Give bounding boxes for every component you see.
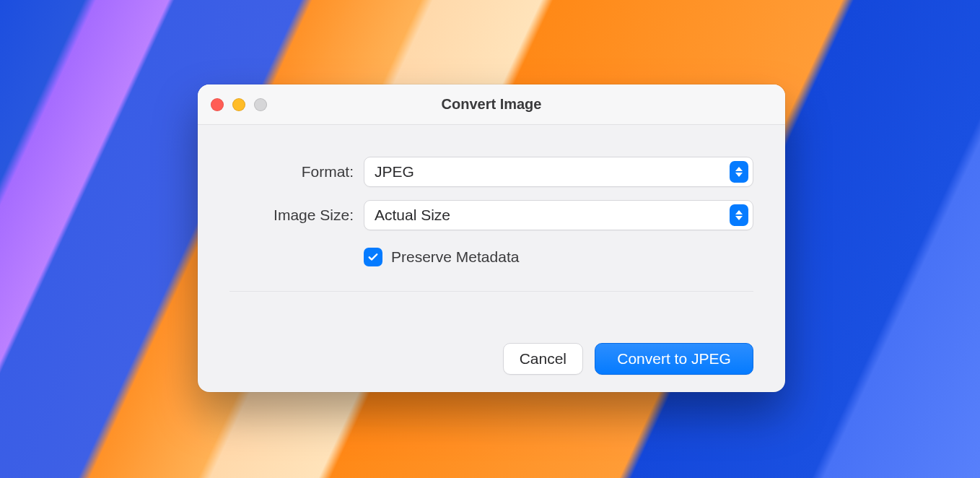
desktop-wallpaper: Convert Image Format: JPEG Image Size: A… bbox=[0, 0, 980, 478]
format-row: Format: JPEG bbox=[229, 157, 753, 187]
updown-arrows-icon bbox=[730, 161, 748, 183]
window-controls bbox=[211, 98, 267, 111]
image-size-value: Actual Size bbox=[375, 207, 450, 224]
dialog-footer: Cancel Convert to JPEG bbox=[198, 329, 785, 392]
dialog-body: Format: JPEG Image Size: Actual Size bbox=[198, 125, 785, 329]
titlebar: Convert Image bbox=[198, 84, 785, 125]
image-size-select[interactable]: Actual Size bbox=[364, 200, 753, 230]
minimize-window-icon[interactable] bbox=[232, 98, 245, 111]
format-label: Format: bbox=[229, 163, 364, 181]
zoom-window-icon bbox=[254, 98, 267, 111]
preserve-metadata-checkbox[interactable] bbox=[364, 248, 382, 266]
preserve-metadata-row: Preserve Metadata bbox=[229, 248, 753, 266]
window-title: Convert Image bbox=[198, 96, 785, 113]
divider bbox=[229, 291, 753, 292]
checkmark-icon bbox=[367, 251, 380, 264]
convert-image-dialog: Convert Image Format: JPEG Image Size: A… bbox=[198, 84, 785, 392]
image-size-label: Image Size: bbox=[229, 207, 364, 224]
close-window-icon[interactable] bbox=[211, 98, 224, 111]
cancel-button[interactable]: Cancel bbox=[503, 343, 583, 375]
image-size-row: Image Size: Actual Size bbox=[229, 200, 753, 230]
convert-button[interactable]: Convert to JPEG bbox=[595, 343, 753, 375]
format-value: JPEG bbox=[375, 163, 414, 181]
preserve-metadata-label: Preserve Metadata bbox=[391, 248, 519, 266]
format-select[interactable]: JPEG bbox=[364, 157, 753, 187]
updown-arrows-icon bbox=[730, 204, 748, 226]
